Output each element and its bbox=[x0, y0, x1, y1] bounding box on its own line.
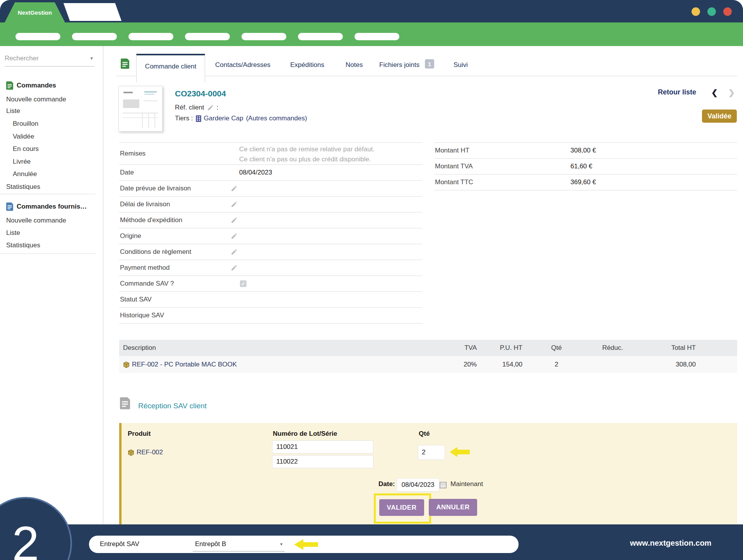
lot-number-input-2[interactable] bbox=[272, 455, 373, 468]
chevron-left-icon[interactable]: ❮ bbox=[711, 88, 718, 97]
now-link[interactable]: Maintenant bbox=[450, 480, 483, 488]
warehouse-select[interactable]: Entrepôt B ▾ bbox=[193, 538, 285, 551]
menu-pill-placeholder[interactable] bbox=[72, 33, 117, 40]
detail-row-origine: Origine bbox=[119, 228, 422, 244]
step-number: 2 bbox=[12, 515, 39, 560]
sidebar-item-livree[interactable]: Livrée bbox=[13, 158, 31, 166]
quantity-input[interactable] bbox=[418, 445, 445, 460]
tab-suivi[interactable]: Suivi bbox=[454, 61, 468, 69]
sav-checkbox[interactable]: ✓ bbox=[240, 281, 247, 287]
building-icon bbox=[196, 115, 201, 122]
menu-pill-placeholder[interactable] bbox=[15, 33, 60, 40]
remise-note-1: Ce client n'a pas de remise relative par… bbox=[239, 144, 421, 154]
menu-pill-placeholder[interactable] bbox=[241, 33, 286, 40]
tiers-name-link[interactable]: Garderie Cap bbox=[204, 115, 243, 122]
tab-expeditions[interactable]: Expéditions bbox=[290, 61, 324, 69]
document-preview[interactable] bbox=[118, 86, 163, 132]
window-dot-red-icon bbox=[723, 7, 732, 16]
validate-button[interactable]: VALIDER bbox=[379, 499, 424, 516]
detail-label: Délai de livraison bbox=[120, 200, 170, 208]
sidebar-item-liste[interactable]: Liste bbox=[6, 107, 20, 115]
total-row-tva: Montant TVA 61,60 € bbox=[434, 159, 737, 175]
tab-notes[interactable]: Notes bbox=[346, 61, 363, 69]
cancel-button[interactable]: ANNULER bbox=[429, 499, 477, 516]
date-input[interactable]: 08/04/2023 bbox=[397, 478, 439, 491]
tab-contacts-adresses[interactable]: Contacts/Adresses bbox=[215, 61, 270, 69]
item-total-ht: 308,00 bbox=[645, 361, 696, 368]
ref-client-line: Réf. client : bbox=[175, 104, 218, 111]
warehouse-selected-value: Entrepôt B bbox=[195, 540, 226, 548]
item-description-link[interactable]: REF-002 - PC Portable MAC BOOK bbox=[132, 361, 237, 368]
detail-value: 08/04/2023 bbox=[239, 169, 272, 176]
edit-pencil-icon[interactable] bbox=[231, 233, 238, 240]
remise-note-2: Ce client n'a pas ou plus de crédit disp… bbox=[239, 154, 421, 164]
total-label: Montant HT bbox=[435, 147, 469, 154]
menu-pill-placeholder[interactable] bbox=[298, 33, 343, 40]
order-number: CO2304-0004 bbox=[175, 89, 226, 98]
totals-table: Montant HT 308,00 € Montant TVA 61,60 € … bbox=[434, 142, 737, 190]
highlight-arrow-left-icon bbox=[294, 538, 318, 551]
detail-row-payment-method: Payment method bbox=[119, 260, 422, 276]
sidebar-item-statistiques-fournisseur[interactable]: Statistiques bbox=[6, 241, 40, 249]
edit-pencil-icon[interactable] bbox=[231, 201, 238, 208]
sidebar-divider bbox=[0, 194, 96, 194]
sidebar-section-commandes[interactable]: Commandes bbox=[6, 81, 56, 90]
document-icon bbox=[6, 202, 13, 211]
chevron-down-icon: ▾ bbox=[90, 55, 93, 61]
lot-number-input-1[interactable] bbox=[272, 440, 373, 454]
chevron-right-icon[interactable]: ❯ bbox=[728, 88, 735, 97]
ref-client-label: Réf. client bbox=[175, 104, 204, 111]
calendar-icon[interactable] bbox=[440, 481, 447, 488]
tab-fichiers-joints[interactable]: Fichiers joints bbox=[379, 61, 419, 69]
sidebar-item-liste-fournisseur[interactable]: Liste bbox=[6, 229, 20, 237]
detail-label: Date bbox=[120, 169, 134, 176]
tab-commande-client[interactable]: Commande client bbox=[136, 54, 205, 82]
total-value: 61,60 € bbox=[570, 163, 592, 170]
col-header-tva: TVA bbox=[425, 344, 477, 352]
menu-pill-placeholder[interactable] bbox=[185, 33, 230, 40]
sidebar: Rechercher ▾ Commandes Nouvelle commande… bbox=[0, 46, 103, 524]
sidebar-item-en-cours[interactable]: En cours bbox=[13, 145, 39, 153]
order-details-table: Remises Ce client n'a pas de remise rela… bbox=[119, 142, 422, 324]
sidebar-section-commandes-fournisseurs[interactable]: Commandes fournis… bbox=[6, 202, 87, 211]
edit-pencil-icon[interactable] bbox=[231, 248, 238, 255]
col-header-description: Description bbox=[123, 344, 156, 352]
reception-sav-panel: Produit Numéro de Lot/Série Qté REF-002 … bbox=[119, 423, 737, 526]
col-header-produit: Produit bbox=[128, 430, 151, 438]
brand-tab: NextGestion bbox=[5, 2, 65, 22]
menu-pill-placeholder[interactable] bbox=[354, 33, 399, 40]
edit-pencil-icon[interactable] bbox=[231, 185, 238, 192]
edit-pencil-icon[interactable] bbox=[207, 104, 214, 111]
remises-notes: Ce client n'a pas de remise relative par… bbox=[239, 144, 421, 164]
col-header-pu-ht: P.U. HT bbox=[479, 344, 522, 352]
edit-pencil-icon[interactable] bbox=[231, 217, 238, 224]
app-window: NextGestion Rechercher ▾ Commandes Nouve… bbox=[0, 0, 743, 560]
search-input[interactable]: Rechercher ▾ bbox=[5, 55, 94, 67]
sidebar-item-nouvelle-commande[interactable]: Nouvelle commande bbox=[6, 96, 66, 103]
order-lines-table: Description TVA P.U. HT Qté Réduc. Total… bbox=[119, 340, 737, 373]
other-orders-link[interactable]: (Autres commandes) bbox=[246, 115, 307, 122]
sidebar-item-validee[interactable]: Validée bbox=[13, 133, 34, 140]
detail-row-remises: Remises Ce client n'a pas de remise rela… bbox=[119, 143, 422, 165]
table-row[interactable]: REF-002 - PC Portable MAC BOOK 20% 154,0… bbox=[119, 356, 737, 373]
tab-bar-divider bbox=[116, 76, 737, 76]
sidebar-item-nouvelle-commande-fournisseur[interactable]: Nouvelle commande bbox=[6, 217, 66, 224]
reception-sav-title[interactable]: Réception SAV client bbox=[138, 402, 207, 410]
detail-row-date: Date 08/04/2023 bbox=[119, 165, 422, 181]
sidebar-item-statistiques[interactable]: Statistiques bbox=[6, 183, 40, 191]
sidebar-divider bbox=[0, 253, 96, 254]
back-to-list-link[interactable]: Retour liste bbox=[658, 88, 696, 96]
window-dot-teal-icon bbox=[707, 7, 716, 16]
detail-row-delai: Délai de livraison bbox=[119, 197, 422, 212]
detail-label: Statut SAV bbox=[120, 296, 152, 303]
menu-pill-placeholder[interactable] bbox=[128, 33, 173, 40]
detail-label: Origine bbox=[120, 232, 141, 240]
sidebar-item-brouillon[interactable]: Brouillon bbox=[13, 120, 38, 128]
search-placeholder: Rechercher bbox=[5, 55, 39, 62]
order-lines-header: Description TVA P.U. HT Qté Réduc. Total… bbox=[119, 340, 737, 356]
detail-label: Date prévue de livraison bbox=[120, 185, 191, 192]
detail-label: Conditions de règlement bbox=[120, 248, 191, 256]
edit-pencil-icon[interactable] bbox=[231, 264, 238, 271]
ref-client-suffix: : bbox=[217, 104, 219, 111]
sidebar-item-annulee[interactable]: Annulée bbox=[13, 170, 37, 178]
